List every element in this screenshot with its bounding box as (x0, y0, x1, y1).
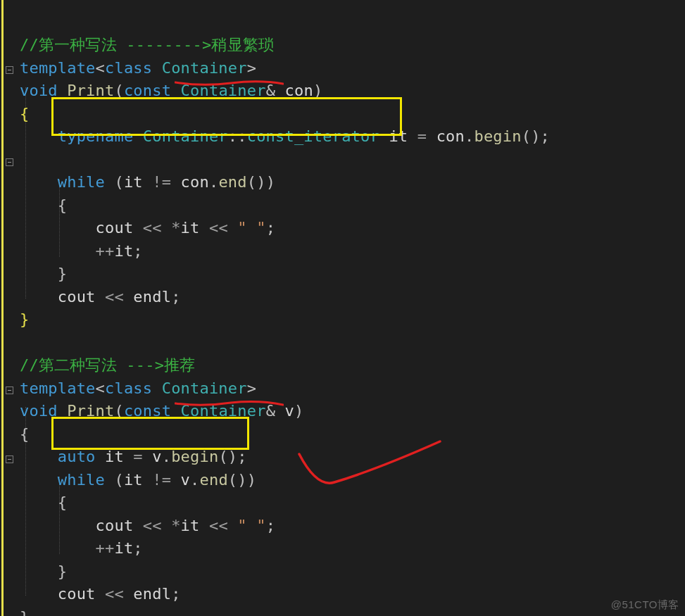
comment: //第二种写法 --->推荐 (20, 356, 196, 374)
red-underline (175, 401, 284, 405)
fold-icon[interactable] (6, 66, 13, 74)
fold-icon[interactable] (6, 455, 13, 463)
code-editor: //第一种写法 -------->稍显繁琐 template<class Con… (0, 0, 685, 616)
change-bar (1, 0, 4, 616)
highlight-box (51, 417, 249, 450)
watermark: @51CTO博客 (611, 598, 679, 612)
fold-gutter (6, 0, 17, 616)
highlight-box (51, 97, 402, 136)
fold-icon[interactable] (6, 158, 13, 166)
comment: //第一种写法 -------->稍显繁琐 (20, 36, 274, 54)
fold-icon[interactable] (6, 386, 13, 394)
check-mark-annotation (292, 439, 454, 498)
red-underline (175, 80, 284, 84)
